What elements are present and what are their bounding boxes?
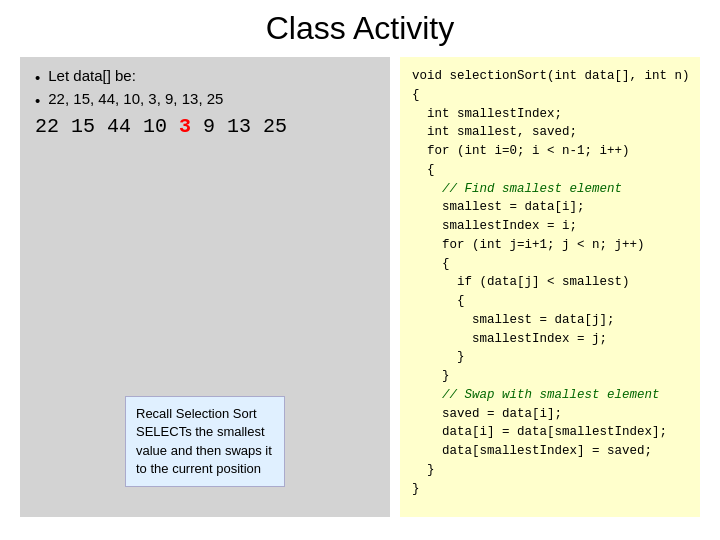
code-line: void selectionSort(int data[], int n) — [412, 67, 688, 86]
code-line: smallestIndex = j; — [412, 330, 688, 349]
right-panel: void selectionSort(int data[], int n){ i… — [400, 57, 700, 517]
recall-text: Recall Selection Sort SELECTs the smalle… — [136, 406, 272, 476]
code-line: if (data[j] < smallest) — [412, 273, 688, 292]
code-line: for (int j=i+1; j < n; j++) — [412, 236, 688, 255]
page: Class Activity • Let data[] be: • 22, 15… — [0, 0, 720, 540]
bullet-1: • Let data[] be: — [35, 67, 375, 86]
array-prefix: 22 15 44 10 — [35, 115, 179, 138]
code-line: { — [412, 292, 688, 311]
array-suffix: 9 13 25 — [191, 115, 287, 138]
array-highlight: 3 — [179, 115, 191, 138]
code-line: smallestIndex = i; — [412, 217, 688, 236]
content-area: • Let data[] be: • 22, 15, 44, 10, 3, 9,… — [20, 57, 700, 517]
code-line: } — [412, 367, 688, 386]
code-line: smallest = data[j]; — [412, 311, 688, 330]
recall-box: Recall Selection Sort SELECTs the smalle… — [125, 396, 285, 487]
code-line: } — [412, 480, 688, 499]
code-line: { — [412, 161, 688, 180]
code-line: } — [412, 348, 688, 367]
code-line: smallest = data[i]; — [412, 198, 688, 217]
code-line: int smallestIndex; — [412, 105, 688, 124]
code-line: data[i] = data[smallestIndex]; — [412, 423, 688, 442]
code-line: // Find smallest element — [412, 180, 688, 199]
code-line: data[smallestIndex] = saved; — [412, 442, 688, 461]
code-line: } — [412, 461, 688, 480]
bullet-dot-2: • — [35, 92, 40, 109]
code-line: { — [412, 86, 688, 105]
code-line: int smallest, saved; — [412, 123, 688, 142]
bullet-text-2: 22, 15, 44, 10, 3, 9, 13, 25 — [48, 90, 223, 107]
data-array: 22 15 44 10 3 9 13 25 — [35, 115, 375, 138]
left-panel: • Let data[] be: • 22, 15, 44, 10, 3, 9,… — [20, 57, 390, 517]
bullet-text-1: Let data[] be: — [48, 67, 136, 84]
code-line: // Swap with smallest element — [412, 386, 688, 405]
bullet-dot-1: • — [35, 69, 40, 86]
page-title: Class Activity — [20, 10, 700, 47]
code-line: for (int i=0; i < n-1; i++) — [412, 142, 688, 161]
code-line: saved = data[i]; — [412, 405, 688, 424]
bullet-2: • 22, 15, 44, 10, 3, 9, 13, 25 — [35, 90, 375, 109]
code-line: { — [412, 255, 688, 274]
